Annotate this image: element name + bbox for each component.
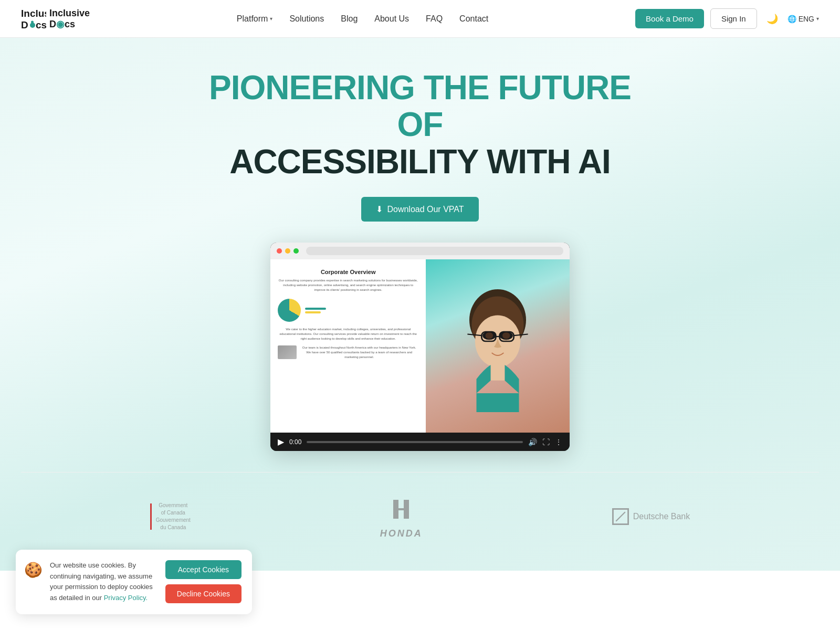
cookie-banner: 🍪 Our website use cookies. By continuing…: [16, 550, 252, 571]
honda-logo: HONDA: [375, 494, 427, 539]
partner-logos: Government of Canada Gouvernement du Can…: [21, 472, 819, 550]
nav-actions: Book a Demo Sign In 🌙 🌐 ENG ▾: [635, 8, 819, 29]
svg-text:Inclusive: Inclusive: [21, 8, 46, 19]
svg-point-4: [31, 20, 34, 23]
cookie-actions: Accept Cookies Decline Cookies: [165, 560, 242, 571]
nav-about[interactable]: About Us: [374, 14, 409, 24]
svg-point-10: [486, 332, 493, 339]
cookie-message: Our website use cookies. By continuing n…: [50, 560, 158, 571]
nav-contact[interactable]: Contact: [459, 14, 488, 24]
svg-line-19: [616, 512, 625, 521]
minimize-dot: [285, 248, 290, 254]
close-dot: [277, 248, 282, 254]
logo-name-line2: D◉cs: [49, 19, 90, 30]
nav-solutions[interactable]: Solutions: [289, 14, 324, 24]
cookie-icon: 🍪: [24, 561, 43, 571]
video-controls: ▶ 0:00 🔊 ⛶ ⋮: [270, 433, 570, 451]
nav-blog[interactable]: Blog: [341, 14, 358, 24]
svg-text:cs: cs: [36, 19, 46, 30]
video-person: [426, 259, 570, 433]
globe-icon: 🌐: [788, 15, 796, 23]
download-vpat-button[interactable]: ⬇ Download Our VPAT: [361, 197, 478, 222]
chevron-down-icon: ▾: [270, 16, 272, 22]
language-selector[interactable]: 🌐 ENG ▾: [788, 15, 819, 23]
book-demo-button[interactable]: Book a Demo: [635, 9, 704, 28]
svg-point-11: [502, 332, 510, 339]
hero-headline: PIONEERING THE FUTURE OF ACCESSIBILITY W…: [184, 69, 656, 180]
dark-mode-toggle[interactable]: 🌙: [763, 10, 781, 28]
hero-section: PIONEERING THE FUTURE OF ACCESSIBILITY W…: [0, 38, 840, 571]
volume-button[interactable]: 🔊: [528, 438, 537, 446]
svg-rect-17: [491, 364, 505, 381]
video-titlebar: [270, 243, 570, 259]
nav-faq[interactable]: FAQ: [426, 14, 443, 24]
nav-platform[interactable]: Platform ▾: [237, 14, 273, 24]
fullscreen-button[interactable]: ⛶: [542, 438, 550, 446]
maximize-dot: [293, 248, 299, 254]
svg-text:D: D: [21, 19, 28, 30]
logo-name-line1: Inclusive: [49, 8, 90, 19]
video-player[interactable]: Corporate Overview Our consulting compan…: [270, 243, 570, 451]
logo[interactable]: Inclusive D cs Inclusive D◉cs: [21, 5, 90, 33]
accept-cookies-button[interactable]: Accept Cookies: [165, 560, 242, 571]
navbar: Inclusive D cs Inclusive D◉cs Platform ▾…: [0, 0, 840, 38]
video-content: Corporate Overview Our consulting compan…: [270, 259, 570, 433]
more-options-button[interactable]: ⋮: [555, 438, 562, 446]
chevron-down-icon: ▾: [816, 16, 819, 22]
deutsche-bank-logo: Deutsche Bank: [612, 508, 690, 525]
download-icon: ⬇: [376, 204, 383, 214]
document-preview: Corporate Overview Our consulting compan…: [270, 259, 426, 433]
video-time: 0:00: [289, 438, 301, 446]
play-button[interactable]: ▶: [278, 437, 284, 447]
nav-links: Platform ▾ Solutions Blog About Us FAQ C…: [237, 14, 488, 24]
canada-gov-logo: Government of Canada Gouvernement du Can…: [150, 502, 191, 531]
sign-in-button[interactable]: Sign In: [710, 8, 757, 29]
url-bar: [306, 247, 563, 255]
video-progress-bar[interactable]: [307, 441, 523, 443]
